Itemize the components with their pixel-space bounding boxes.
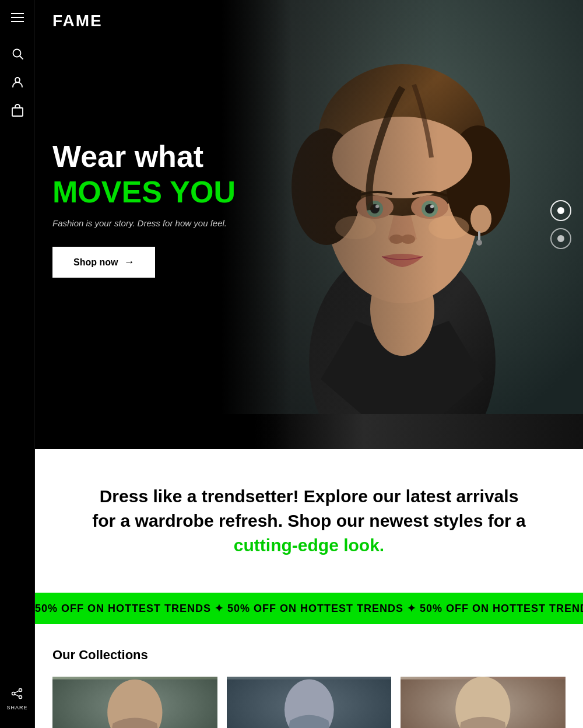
svg-line-10 [15,691,20,693]
svg-point-8 [12,692,15,695]
shop-now-button[interactable]: Shop now → [52,247,155,278]
hero-bottom-band [35,414,583,449]
sidebar-nav-icons [12,48,23,117]
logo: FAME [52,12,103,30]
svg-rect-38 [222,0,583,449]
ticker-text: 50% OFF ON HOTTEST TRENDS ✦ 50% OFF ON H… [35,603,583,614]
share-button[interactable]: SHARE [6,688,27,710]
svg-line-4 [20,56,23,59]
hero-title-line1: Wear what [52,140,236,173]
svg-point-5 [15,78,20,82]
share-icon [11,688,23,702]
svg-line-11 [15,694,20,696]
tagline-line1: Dress like a trendsetter! Explore our la… [92,487,526,530]
tagline-text: Dress like a trendsetter! Explore our la… [82,484,536,558]
carousel-dot-1[interactable] [550,200,571,221]
collections-title: Our Collections [52,648,566,663]
dot-inner-1 [557,207,564,214]
collection-card-1[interactable] [52,677,217,728]
collections-grid [52,677,566,728]
header: FAME [35,0,583,42]
tagline-section: Dress like a trendsetter! Explore our la… [35,449,583,593]
svg-point-7 [19,689,22,692]
user-icon[interactable] [12,76,23,88]
svg-rect-0 [11,13,24,14]
search-icon[interactable] [12,48,23,60]
svg-point-9 [19,696,22,699]
main-content: FAME [35,0,583,728]
sidebar: SHARE [0,0,35,728]
carousel-dot-2[interactable] [550,228,571,249]
ticker-bar: 50% OFF ON HOTTEST TRENDS ✦ 50% OFF ON H… [35,593,583,624]
svg-rect-6 [12,108,23,116]
carousel-dots [550,200,571,249]
hero-image [222,0,583,449]
share-label: SHARE [6,705,27,710]
ticker-inner: 50% OFF ON HOTTEST TRENDS ✦ 50% OFF ON H… [35,602,583,615]
collections-section: Our Collections [35,624,583,728]
hero-section: Wear what MOVES YOU Fashion is your stor… [35,0,583,449]
svg-rect-2 [11,21,24,22]
arrow-icon: → [124,256,134,268]
shop-now-label: Shop now [73,257,118,268]
bag-icon[interactable] [12,104,23,117]
menu-icon[interactable] [11,12,24,24]
hero-subtitle: Fashion is your story. Dress for how you… [52,218,236,228]
collection-card-2[interactable] [227,677,392,728]
hero-content: Wear what MOVES YOU Fashion is your stor… [52,140,236,278]
hero-title-line2: MOVES YOU [52,176,236,209]
tagline-green: cutting-edge look. [234,536,384,555]
collection-card-3[interactable] [401,677,566,728]
dot-inner-2 [557,235,564,242]
svg-rect-1 [11,17,24,18]
